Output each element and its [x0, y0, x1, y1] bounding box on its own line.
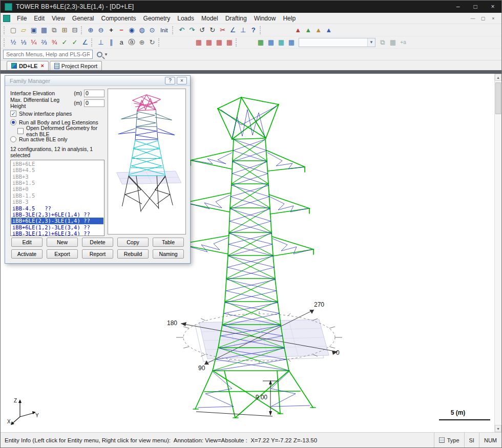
zoom-out-icon[interactable]: ⊖	[96, 25, 106, 35]
menu-edit[interactable]: Edit	[30, 14, 48, 23]
dialog-close-button[interactable]: ×	[177, 77, 187, 84]
export-button[interactable]: Export	[47, 249, 78, 259]
tower-colors-icon[interactable]: ▲	[324, 25, 334, 35]
configuration-row[interactable]: iBB+6LE(1,2)-3LE(3,4) ??	[11, 224, 103, 230]
table-button[interactable]: Table	[153, 238, 184, 247]
new-button[interactable]: New	[47, 238, 78, 247]
configurations-list[interactable]: iBB+6LEiBB+4.5iBB+3iBB+1.5iBB+0iBB-1.5iB…	[10, 160, 104, 236]
search-icon[interactable]	[97, 52, 102, 57]
zoom-label-icon[interactable]: ⊕	[137, 37, 147, 48]
configuration-row[interactable]: iBB+6LE	[11, 161, 103, 167]
configuration-row[interactable]: iBB-3LE(1,2)+6LE(3,4) ??	[11, 230, 103, 236]
tower-deformed-icon[interactable]: ▲	[303, 25, 313, 35]
close-button[interactable]: ×	[484, 1, 501, 13]
toolbar-drag-handle[interactable]	[260, 26, 262, 34]
geometry-grid-icon[interactable]: ▦	[256, 37, 266, 48]
tab-close-icon[interactable]: ×	[40, 63, 44, 69]
menu-help[interactable]: Help	[279, 14, 299, 23]
paste-icon[interactable]: ⊞	[59, 25, 70, 35]
part-selector-combo[interactable]: ▼	[299, 38, 375, 47]
zoom-in-icon[interactable]: ⊕	[86, 25, 96, 35]
configuration-row[interactable]: iBB-4.5 ??	[11, 205, 103, 211]
naming-button[interactable]: Naming	[153, 249, 184, 259]
save-icon[interactable]: ▣	[29, 25, 39, 35]
interface-elevation-input[interactable]	[84, 90, 104, 97]
configuration-row[interactable]: iBB-1.5	[11, 193, 103, 199]
rebuild-button[interactable]: Rebuild	[117, 249, 149, 259]
scale-three-quarters-icon[interactable]: ¾	[49, 37, 59, 48]
copy-button[interactable]: Copy	[117, 238, 149, 247]
perpendicular-icon[interactable]: ⊥	[96, 37, 106, 48]
tower-undeformed-icon[interactable]: ▲	[293, 25, 303, 35]
configuration-row[interactable]: iBB-3LE(2,3)+6LE(1,4) ??	[11, 211, 103, 218]
menu-model[interactable]: Model	[198, 14, 222, 23]
maximize-button[interactable]: □	[467, 1, 484, 13]
toolbar-drag-handle[interactable]	[91, 38, 94, 47]
delete-button[interactable]: Delete	[82, 238, 113, 247]
rotate-cw-icon[interactable]: ↻	[207, 25, 218, 35]
menu-file[interactable]: File	[13, 14, 30, 23]
toolbar-drag-handle[interactable]	[81, 26, 83, 34]
menu-general[interactable]: General	[69, 14, 98, 23]
configuration-row[interactable]: iBB+1.5	[11, 180, 103, 186]
query-icon[interactable]: ?	[248, 25, 259, 35]
copy-icon[interactable]: ⧉	[49, 25, 59, 35]
report-button[interactable]: Report	[82, 249, 113, 259]
find-label-icon[interactable]: ⓐ	[127, 37, 137, 48]
scroll-down-icon[interactable]: ▼	[495, 425, 501, 432]
search-input[interactable]	[3, 50, 93, 59]
mdi-restore-button[interactable]: ▢	[478, 14, 488, 23]
tower-loads-icon[interactable]: ▲	[313, 25, 324, 35]
section-view-icon[interactable]: ⊥	[238, 25, 248, 35]
dialog-help-button[interactable]: ?	[165, 77, 175, 84]
run-all-ble-radio[interactable]	[10, 119, 16, 125]
configuration-row[interactable]: iBB-3	[11, 199, 103, 205]
mdi-minimize-button[interactable]: —	[468, 14, 478, 23]
chevron-down-icon[interactable]: ▼	[367, 38, 375, 47]
vertical-scrollbar[interactable]: ▲ ▼	[494, 74, 501, 432]
toolbar-drag-handle[interactable]	[158, 38, 161, 47]
scale-quarter-icon[interactable]: ¼	[29, 37, 39, 48]
refresh-view-icon[interactable]: ↻	[147, 37, 157, 48]
menu-loads[interactable]: Loads	[174, 14, 198, 23]
menu-geometry[interactable]: Geometry	[140, 14, 174, 23]
nodes-grid-icon[interactable]: ▦	[276, 37, 286, 48]
sections-grid-icon[interactable]: ▦	[266, 37, 276, 48]
menu-components[interactable]: Components	[98, 14, 140, 23]
scale-half-icon[interactable]: ½	[8, 37, 18, 48]
add-row-icon[interactable]: +a	[398, 37, 408, 48]
toolbar-drag-handle[interactable]	[172, 26, 175, 34]
toolbar-drag-handle[interactable]	[236, 38, 238, 47]
cable-table-icon[interactable]: ▦	[214, 37, 224, 48]
type-indicator[interactable]: Type	[434, 433, 464, 447]
scale-two-thirds-icon[interactable]: ⅔	[39, 37, 49, 48]
parallel-icon[interactable]: ∥	[106, 37, 116, 48]
open-deformed-checkbox[interactable]	[17, 128, 24, 134]
configuration-row[interactable]: iBB+0	[11, 186, 103, 192]
minimize-button[interactable]: –	[449, 1, 467, 13]
configuration-row[interactable]: iBB+6LE(2,3)-3LE(1,4) ??	[11, 218, 103, 224]
run-active-ble-radio[interactable]	[10, 136, 16, 142]
document-icon[interactable]	[3, 15, 10, 22]
node-label-icon[interactable]: a	[116, 37, 127, 48]
search-dropdown-icon[interactable]: ▼	[104, 52, 108, 57]
toolbar-drag-handle[interactable]	[4, 38, 6, 47]
scale-third-icon[interactable]: ⅓	[18, 37, 29, 48]
members-grid-icon[interactable]: ▦	[286, 37, 297, 48]
view-3d-icon[interactable]: ◉	[127, 25, 137, 35]
menu-view[interactable]: View	[48, 14, 69, 23]
save-all-icon[interactable]: ▦	[39, 25, 49, 35]
new-file-icon[interactable]: ▢	[8, 25, 18, 35]
family-manager-titlebar[interactable]: Family Manager ? ×	[5, 76, 190, 86]
undo-view-icon[interactable]: ↶	[177, 25, 187, 35]
rotate-ccw-icon[interactable]: ↺	[197, 25, 207, 35]
activate-button[interactable]: Activate	[11, 249, 43, 259]
init-button[interactable]: Init	[157, 26, 171, 34]
decrease-icon[interactable]: −	[116, 25, 127, 35]
increase-icon[interactable]: +	[106, 25, 116, 35]
angle-view-icon[interactable]: ∠	[228, 25, 238, 35]
view-reset-icon[interactable]: ⊙	[147, 25, 157, 35]
scroll-up-icon[interactable]: ▲	[495, 74, 501, 81]
tab-project-report[interactable]: Project Report	[50, 61, 102, 70]
max-diff-leg-input[interactable]	[84, 99, 104, 107]
